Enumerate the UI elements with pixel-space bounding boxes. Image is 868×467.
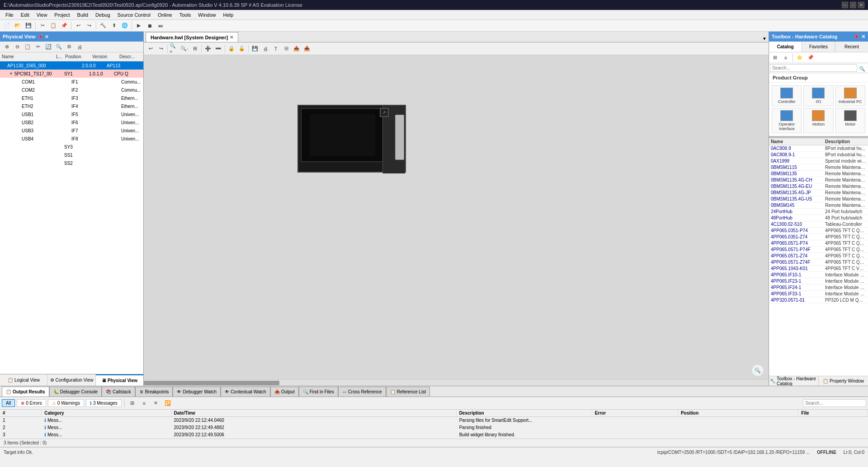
filter-btn-3[interactable]: ✕ bbox=[151, 399, 161, 408]
filter-btn-4[interactable]: 🔁 bbox=[163, 399, 173, 408]
hw-scrollbar-element[interactable] bbox=[395, 115, 404, 160]
menu-debug[interactable]: Debug bbox=[92, 11, 113, 19]
filter-all-btn[interactable]: All bbox=[2, 399, 15, 407]
et-btn-zoom-out[interactable]: 🔍- bbox=[179, 44, 189, 53]
pg-industrial-pc[interactable]: Industrial PC bbox=[835, 85, 865, 106]
debug-start[interactable]: ▶ bbox=[134, 21, 144, 30]
tree-item[interactable]: ETH2IF4Ethern... bbox=[0, 102, 143, 110]
rp-tab-favorites[interactable]: Favorites bbox=[802, 42, 835, 52]
tab-dropdown-btn[interactable]: ▼ bbox=[760, 35, 769, 42]
pg-motion[interactable]: Motion bbox=[803, 108, 833, 133]
lp-btn-1[interactable]: ⊕ bbox=[2, 42, 12, 51]
tab-reference-list[interactable]: 📋 Reference List bbox=[386, 387, 430, 397]
output-row[interactable]: 3 ℹ Mess... 2023/9/20 22:12:49.5006 Buil… bbox=[0, 431, 868, 439]
undo-button[interactable]: ↩ bbox=[73, 21, 83, 30]
catalog-item[interactable]: 0BMSM145Remote Maintenance... bbox=[769, 202, 868, 209]
pg-motor[interactable]: Motor bbox=[835, 108, 865, 133]
lp-btn-2[interactable]: ⊖ bbox=[12, 42, 22, 51]
rp-close-btn[interactable]: ✕ bbox=[861, 34, 865, 40]
open-button[interactable]: 📂 bbox=[13, 21, 23, 30]
catalog-item[interactable]: 0BMSM1115Remote Maintenance... bbox=[769, 164, 868, 171]
et-btn-export[interactable]: 📤 bbox=[292, 44, 302, 53]
tree-item[interactable]: ETH1IF3Ethern... bbox=[0, 94, 143, 102]
scrollbar-thumb[interactable] bbox=[144, 381, 279, 385]
et-btn-unlock[interactable]: 🔓 bbox=[237, 44, 247, 53]
pg-controller[interactable]: Controller bbox=[772, 85, 802, 106]
catalog-item[interactable]: 4PP065.0571-Z74F4PP065 TFT C QVGA 5... bbox=[769, 259, 868, 266]
search-icon[interactable]: 🔍 bbox=[857, 64, 867, 73]
filter-warnings-btn[interactable]: ⚠ 0 Warnings bbox=[48, 399, 84, 407]
maximize-button[interactable]: □ bbox=[850, 2, 856, 8]
hardware-tab-close[interactable]: ✕ bbox=[230, 35, 233, 40]
catalog-item[interactable]: 4PP065.IF23-1Interface Module RS... bbox=[769, 278, 868, 285]
debug-stop[interactable]: ⏹ bbox=[145, 21, 155, 30]
tree-item[interactable]: COM2IF2Commu... bbox=[0, 86, 143, 94]
left-panel-pin[interactable]: 📌 bbox=[38, 34, 43, 39]
et-btn-t[interactable]: T bbox=[271, 44, 281, 53]
transfer-button[interactable]: ⬆ bbox=[109, 21, 119, 30]
minimize-button[interactable]: — bbox=[842, 2, 848, 8]
lp-btn-5[interactable]: 🔄 bbox=[43, 42, 53, 51]
tab-debugger-console[interactable]: 🐛 Debugger Console bbox=[49, 387, 102, 397]
catalog-item[interactable]: 4PP065.IF10-1Interface Module RS... bbox=[769, 272, 868, 278]
tab-logical-view[interactable]: 📋 Logical View bbox=[0, 374, 48, 386]
horizontal-scrollbar[interactable] bbox=[144, 379, 769, 386]
tab-debugger-watch[interactable]: 👁 Debugger Watch bbox=[173, 387, 221, 397]
rp-filter-grid[interactable]: ⊞ bbox=[770, 53, 780, 62]
menu-help[interactable]: Help bbox=[219, 11, 237, 19]
search-input[interactable] bbox=[770, 64, 857, 72]
tab-output-results[interactable]: 📋 Output Results bbox=[2, 387, 49, 397]
catalog-item[interactable]: 0AC808.98Port industrial hu... bbox=[769, 145, 868, 152]
build-button[interactable]: 🔨 bbox=[98, 21, 108, 30]
lp-btn-6[interactable]: 🔍 bbox=[54, 42, 64, 51]
tree-item[interactable]: SS1 bbox=[0, 151, 143, 159]
catalog-item[interactable]: 24PortHub24 Port hub/switch bbox=[769, 209, 868, 215]
magnifier-button[interactable]: 🔍 bbox=[751, 364, 764, 377]
filter-btn-1[interactable]: ⊞ bbox=[127, 399, 137, 408]
tree-item[interactable]: SS2 bbox=[0, 159, 143, 167]
debug-step[interactable]: ⏭ bbox=[156, 21, 165, 30]
paste-button[interactable]: 📌 bbox=[59, 21, 69, 30]
tab-physical-view[interactable]: 🖥 Physical View bbox=[96, 374, 143, 386]
rp-filter-star[interactable]: ⭐ bbox=[795, 53, 805, 62]
menu-source-control[interactable]: Source Control bbox=[114, 11, 154, 19]
tree-item[interactable]: SY3 bbox=[0, 143, 143, 151]
lp-btn-4[interactable]: ✏ bbox=[33, 42, 43, 51]
catalog-item[interactable]: 4C1300.02-510Tableau-Controller bbox=[769, 221, 868, 228]
catalog-item[interactable]: 4PP065.IF33-1Interface Module 2... bbox=[769, 291, 868, 297]
catalog-item[interactable]: 0BMSM1135.4G-EURemote Maintenance... bbox=[769, 183, 868, 190]
cut-button[interactable]: ✂ bbox=[38, 21, 47, 30]
catalog-item[interactable]: 0BMSM1135.4G-JPRemote Maintenance... bbox=[769, 190, 868, 196]
et-btn-save2[interactable]: 💾 bbox=[250, 44, 260, 53]
catalog-item[interactable]: 0AX1999Special module with... bbox=[769, 158, 868, 164]
catalog-item[interactable]: 4PP065.1043-K014PP065 TFT C VGA 10... bbox=[769, 266, 868, 272]
catalog-item[interactable]: 4PP065.IF24-1Interface Module RS... bbox=[769, 285, 868, 291]
output-search-input[interactable] bbox=[803, 399, 866, 407]
et-btn-2[interactable]: ↪ bbox=[156, 44, 166, 53]
catalog-item[interactable]: 48PortHub48 Port hub/switch bbox=[769, 215, 868, 221]
et-btn-1[interactable]: ↩ bbox=[146, 44, 156, 53]
left-panel-close[interactable]: ✕ bbox=[45, 34, 48, 39]
et-btn-zoom-in[interactable]: 🔍+ bbox=[169, 44, 179, 53]
tree-item[interactable]: ▼5PC901_TS17_00SY11.0.1.0CPU Q bbox=[0, 70, 143, 78]
catalog-item[interactable]: 0BMSM1135Remote Maintenance... bbox=[769, 171, 868, 177]
menu-project[interactable]: Project bbox=[51, 11, 73, 19]
pg-operator-interface[interactable]: Operator Interface bbox=[772, 108, 802, 133]
tab-find-in-files[interactable]: 🔍 Find in Files bbox=[299, 387, 338, 397]
rp-tab-catalog[interactable]: Catalog bbox=[769, 42, 802, 52]
catalog-item[interactable]: 4PP065.0571-Z744PP065 TFT C QVGA 5... bbox=[769, 253, 868, 259]
filter-errors-btn[interactable]: ⊗ 0 Errors bbox=[17, 399, 46, 407]
menu-build[interactable]: Build bbox=[74, 11, 92, 19]
online-button[interactable]: 🌐 bbox=[120, 21, 130, 30]
lp-btn-8[interactable]: 🖨 bbox=[75, 42, 85, 51]
lp-btn-7[interactable]: ⚙ bbox=[64, 42, 74, 51]
tree-item[interactable]: COM1IF1Commu... bbox=[0, 78, 143, 86]
et-btn-remove[interactable]: ➖ bbox=[213, 44, 223, 53]
tab-configuration-view[interactable]: ⚙ Configuration View bbox=[48, 374, 96, 386]
copy-button[interactable]: 📋 bbox=[48, 21, 58, 30]
catalog-item[interactable]: 4PP065.0351-Z744PP065 TFT C QVGA 3... bbox=[769, 234, 868, 240]
tree-item[interactable]: USB2IF6Univen... bbox=[0, 118, 143, 126]
lp-btn-3[interactable]: 📋 bbox=[23, 42, 33, 51]
et-btn-add[interactable]: ➕ bbox=[203, 44, 213, 53]
tab-breakpoints[interactable]: ⏸ Breakpoints bbox=[135, 387, 173, 397]
